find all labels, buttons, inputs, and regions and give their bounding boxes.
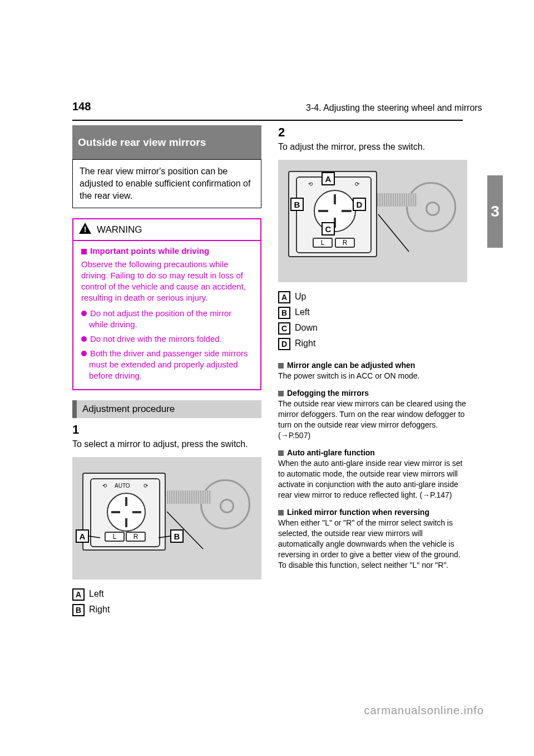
- callout-badge-B: B: [170, 529, 184, 543]
- steering-wheel-icon: [406, 182, 456, 232]
- note-body: The outside rear view mirrors can be cle…: [278, 399, 467, 441]
- chapter-heading: 3-4. Adjusting the steering wheel and mi…: [306, 103, 482, 113]
- adjustment-procedure-heading: Adjustment procedure: [72, 400, 261, 418]
- step1-text: To select a mirror to adjust, press the …: [72, 438, 261, 450]
- warning-bullet: Do not drive with the mirrors folded.: [89, 333, 253, 345]
- chapter-tab: 3: [487, 175, 503, 248]
- right-select-button: R: [126, 532, 146, 542]
- legend-row: DRight: [278, 336, 467, 351]
- warning-heading: Important points while driving: [81, 246, 253, 257]
- note-title: Defogging the mirrors: [287, 389, 369, 397]
- warning-bullet: Both the driver and passenger side mirro…: [89, 348, 253, 381]
- intro-box: The rear view mirror's position can be a…: [72, 159, 261, 208]
- note-title: Auto anti-glare function: [287, 448, 375, 457]
- unfold-icon: ⟳: [144, 483, 148, 489]
- note-title: Linked mirror function when reversing: [287, 508, 429, 517]
- legend-row: AUp: [278, 289, 467, 305]
- dpad-icon: [314, 190, 356, 232]
- notes-section: Mirror angle can be adjusted when The po…: [278, 360, 467, 571]
- left-select-button: L: [105, 532, 125, 542]
- svg-text:!: !: [84, 225, 87, 234]
- note-title: Mirror angle can be adjusted when: [287, 361, 415, 370]
- warning-title-row: ! WARNING: [73, 219, 260, 241]
- header-rule: [72, 120, 463, 121]
- warning-box: ! WARNING Important points while driving…: [72, 218, 261, 390]
- left-column: Outside rear view mirrors The rear view …: [72, 125, 261, 617]
- note-item: Auto anti-glare function When the auto a…: [278, 448, 467, 500]
- warning-heading-body: Observe the following precautions while …: [81, 259, 253, 303]
- left-select-button: L: [313, 238, 333, 248]
- callout-badge-A: A: [76, 529, 89, 543]
- callout-badge-D: D: [353, 198, 366, 211]
- auto-label: AUTO: [115, 483, 130, 489]
- page-number: 148: [72, 100, 91, 113]
- dpad-icon: [107, 493, 146, 532]
- warning-label: WARNING: [97, 224, 142, 235]
- right-select-button: R: [335, 238, 355, 248]
- step1-legend: ALeft BRight: [72, 586, 261, 617]
- callout-badge-B: B: [290, 198, 304, 211]
- legend-row: ALeft: [72, 586, 261, 602]
- step2-legend: AUp BLeft CDown DRight: [278, 289, 467, 351]
- warning-icon: !: [79, 223, 91, 237]
- callout-badge-C: C: [322, 222, 335, 235]
- note-item: Mirror angle can be adjusted when The po…: [278, 360, 467, 381]
- switch-callout: ⟲ AUTO ⟳ L R: [82, 473, 166, 551]
- unfold-icon: ⟳: [355, 181, 359, 187]
- warning-bullet: Do not adjust the position of the mirror…: [89, 308, 253, 330]
- note-body: The power switch is in ACC or ON mode.: [278, 371, 467, 381]
- vent-icon: [167, 490, 211, 504]
- note-item: Linked mirror function when reversing Wh…: [278, 507, 467, 571]
- vent-icon: [373, 193, 417, 207]
- section-title: Outside rear view mirrors: [78, 136, 206, 149]
- warning-body: Important points while driving Observe t…: [73, 241, 260, 389]
- step2-text: To adjust the mirror, press the switch.: [278, 141, 467, 153]
- note-body: When the auto anti-glare inside rear vie…: [278, 458, 467, 500]
- legend-row: BRight: [72, 602, 261, 617]
- fold-icon: ⟲: [308, 181, 313, 187]
- step1-number: 1: [72, 423, 261, 437]
- legend-row: BLeft: [278, 305, 467, 320]
- watermark: carmanualsonline.info: [364, 704, 484, 717]
- page-root: 148 3-4. Adjusting the steering wheel an…: [0, 0, 534, 756]
- note-item: Defogging the mirrors The outside rear v…: [278, 388, 467, 441]
- section-title-bar: Outside rear view mirrors: [72, 125, 261, 160]
- fold-icon: ⟲: [102, 483, 107, 489]
- callout-badge-A: A: [322, 172, 335, 185]
- switch-body: ⟲ AUTO ⟳ L R: [90, 478, 160, 547]
- intro-text: The rear view mirror's position can be a…: [80, 166, 250, 200]
- step1-diagram: ⟲ AUTO ⟳ L R A B: [72, 457, 261, 580]
- step2-number: 2: [278, 125, 467, 140]
- switch-body: ⟲ ⟳ L R: [296, 176, 372, 253]
- legend-row: CDown: [278, 320, 467, 336]
- right-column: 2 To adjust the mirror, press the switch…: [278, 125, 467, 571]
- note-body: When either "L" or "R" of the mirror sel…: [278, 518, 467, 571]
- steering-wheel-icon: [200, 479, 250, 529]
- step2-diagram: ⟲ ⟳ L R A B C D: [278, 160, 467, 282]
